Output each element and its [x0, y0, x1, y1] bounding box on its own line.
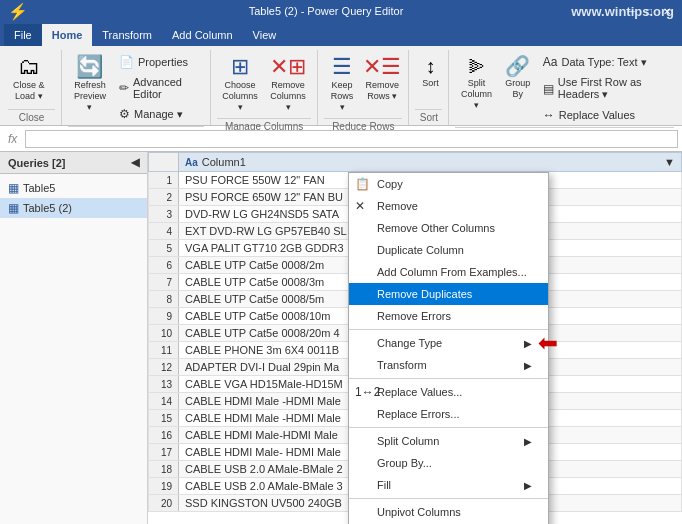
row-number: 4: [149, 223, 179, 240]
split-column-button[interactable]: ⫸ SplitColumn ▾: [455, 52, 497, 114]
context-menu-item[interactable]: Transform▶: [349, 354, 548, 376]
properties-icon: 📄: [119, 55, 134, 69]
keep-rows-label: KeepRows ▾: [329, 80, 355, 112]
group-by-label: GroupBy: [505, 78, 530, 100]
close-button[interactable]: ✕: [660, 4, 674, 18]
context-menu-item[interactable]: Fill▶: [349, 474, 548, 496]
close-load-icon: 🗂: [18, 56, 40, 78]
choose-columns-icon: ⊞: [231, 56, 249, 78]
manage-label: Manage ▾: [134, 108, 183, 121]
sort-button[interactable]: ↕ Sort: [415, 52, 445, 93]
ribbon-group-reduce-rows: ☰ KeepRows ▾ ✕☰ RemoveRows ▾ Reduce Rows: [318, 50, 409, 125]
context-menu-divider: [349, 427, 548, 428]
row-number: 2: [149, 189, 179, 206]
context-menu: 📋Copy✕RemoveRemove Other ColumnsDuplicat…: [348, 172, 549, 524]
properties-label: Properties: [138, 56, 188, 68]
column1-header[interactable]: Aa Column1 ▼: [179, 153, 682, 172]
sort-label: Sort: [422, 78, 439, 89]
ctx-item-label: Replace Errors...: [377, 408, 460, 420]
ctx-item-label: Remove Duplicates: [377, 288, 472, 300]
remove-columns-label: RemoveColumns ▾: [270, 80, 306, 112]
context-menu-item[interactable]: Remove Duplicates: [349, 283, 548, 305]
properties-button[interactable]: 📄 Properties: [114, 52, 204, 72]
sort-content: ↕ Sort: [415, 52, 442, 107]
table-area: Aa Column1 ▼ 1 PSU FORCE 550W 12" FAN2 P…: [148, 152, 682, 524]
refresh-label: RefreshPreview ▾: [73, 80, 107, 112]
row-number: 1: [149, 172, 179, 189]
ribbon-group-transform: ⫸ SplitColumn ▾ 🔗 GroupBy Aa Data Type: …: [449, 50, 680, 125]
maximize-button[interactable]: □: [642, 4, 656, 18]
context-menu-item[interactable]: Add Column From Examples...: [349, 261, 548, 283]
tab-add-column[interactable]: Add Column: [162, 24, 243, 46]
close-load-button[interactable]: 🗂 Close &Load ▾: [8, 52, 50, 106]
context-menu-item[interactable]: Split Column▶: [349, 430, 548, 452]
remove-columns-button[interactable]: ✕⊞ RemoveColumns ▾: [265, 52, 311, 116]
queries-panel: Queries [2] ◀ ▦ Table5 ▦ Table5 (2): [0, 152, 148, 524]
queries-collapse-icon[interactable]: ◀: [131, 156, 139, 169]
title-bar-text: Table5 (2) - Power Query Editor: [28, 5, 624, 17]
first-row-header-button[interactable]: ▤ Use First Row as Headers ▾: [538, 73, 674, 104]
keep-rows-icon: ☰: [332, 56, 352, 78]
tab-home[interactable]: Home: [42, 24, 93, 46]
ctx-submenu-arrow: ▶: [524, 436, 532, 447]
split-column-label: SplitColumn ▾: [460, 78, 492, 110]
minimize-button[interactable]: ─: [624, 4, 638, 18]
remove-rows-label: RemoveRows ▾: [366, 80, 400, 102]
context-menu-divider: [349, 378, 548, 379]
context-menu-item[interactable]: Duplicate Column: [349, 239, 548, 261]
context-menu-item[interactable]: Change Type▶: [349, 332, 548, 354]
tab-view[interactable]: View: [243, 24, 287, 46]
context-menu-item[interactable]: Unpivot Columns: [349, 501, 548, 523]
ctx-item-label: Transform: [377, 359, 427, 371]
ctx-item-label: Split Column: [377, 435, 439, 447]
manage-button[interactable]: ⚙ Manage ▾: [114, 104, 204, 124]
formula-input[interactable]: = Table.TransformColumnTypes(Source,{{"C…: [25, 130, 678, 148]
title-bar-controls: ─ □ ✕: [624, 4, 674, 18]
data-type-button[interactable]: Aa Data Type: Text ▾: [538, 52, 674, 72]
row-number: 3: [149, 206, 179, 223]
context-menu-item[interactable]: ✕Remove: [349, 195, 548, 217]
row-number: 17: [149, 444, 179, 461]
advanced-editor-button[interactable]: ✏ Advanced Editor: [114, 73, 204, 103]
query-col: 📄 Properties ✏ Advanced Editor ⚙ Manage …: [114, 52, 204, 124]
ctx-item-label: Change Type: [377, 337, 442, 349]
keep-rows-button[interactable]: ☰ KeepRows ▾: [324, 52, 360, 116]
ctx-submenu-arrow: ▶: [524, 338, 532, 349]
ribbon-tabs: File Home Transform Add Column View: [0, 22, 682, 46]
group-by-button[interactable]: 🔗 GroupBy: [500, 52, 536, 104]
row-number: 10: [149, 325, 179, 342]
choose-columns-button[interactable]: ⊞ ChooseColumns ▾: [217, 52, 263, 116]
row-number: 9: [149, 308, 179, 325]
replace-values-button[interactable]: ↔ Replace Values: [538, 105, 674, 125]
table5-2-icon: ▦: [8, 201, 19, 215]
context-menu-item[interactable]: Group By...: [349, 452, 548, 474]
row-number: 8: [149, 291, 179, 308]
ribbon-group-manage-columns: ⊞ ChooseColumns ▾ ✕⊞ RemoveColumns ▾ Man…: [211, 50, 318, 125]
query-item-table5[interactable]: ▦ Table5: [0, 178, 147, 198]
ctx-item-label: Copy: [377, 178, 403, 190]
query-item-table5-2[interactable]: ▦ Table5 (2): [0, 198, 147, 218]
tab-transform[interactable]: Transform: [92, 24, 162, 46]
tab-file[interactable]: File: [4, 24, 42, 46]
context-menu-item[interactable]: 📋Copy: [349, 173, 548, 195]
ribbon-group-close: 🗂 Close &Load ▾ Close: [2, 50, 62, 125]
ctx-item-label: Duplicate Column: [377, 244, 464, 256]
context-menu-item[interactable]: Replace Errors...: [349, 403, 548, 425]
sort-icon: ↕: [425, 56, 435, 76]
main-area: Queries [2] ◀ ▦ Table5 ▦ Table5 (2): [0, 152, 682, 524]
ctx-item-label: Group By...: [377, 457, 432, 469]
context-menu-item[interactable]: Remove Other Columns: [349, 217, 548, 239]
refresh-preview-button[interactable]: 🔄 RefreshPreview ▾: [68, 52, 112, 116]
ctx-submenu-arrow: ▶: [524, 480, 532, 491]
query-item-label-2: Table5 (2): [23, 202, 72, 214]
context-menu-item[interactable]: 1↔2Replace Values...: [349, 381, 548, 403]
context-menu-item[interactable]: Remove Errors: [349, 305, 548, 327]
close-group-label: Close: [8, 109, 55, 125]
ctx-item-label: Replace Values...: [377, 386, 462, 398]
row-number: 15: [149, 410, 179, 427]
split-column-icon: ⫸: [467, 56, 487, 76]
title-bar: ⚡ Table5 (2) - Power Query Editor ─ □ ✕ …: [0, 0, 682, 22]
remove-rows-button[interactable]: ✕☰ RemoveRows ▾: [362, 52, 402, 106]
col-dropdown-icon[interactable]: ▼: [664, 156, 675, 168]
row-number: 7: [149, 274, 179, 291]
